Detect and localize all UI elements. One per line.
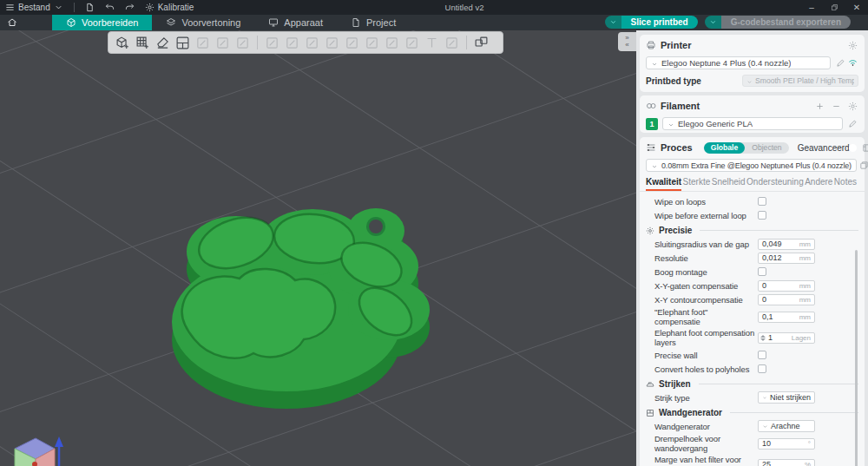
process-tab-ondersteuning[interactable]: Ondersteuning [746, 177, 804, 191]
slice-button[interactable]: Slice printbed [605, 16, 698, 29]
printer-preset-dropdown[interactable]: Elegoo Neptune 4 Plus (0.4 nozzle) [646, 56, 831, 69]
setting-row: Wipe on loops [646, 194, 858, 208]
calibrate-menu[interactable]: Kalibratie [140, 0, 200, 15]
checkbox[interactable] [758, 211, 766, 220]
tab-project[interactable]: Project [337, 15, 410, 30]
chevron-down-icon [651, 158, 658, 174]
spinner-input[interactable]: 1Lagen [758, 332, 815, 344]
process-preset-dropdown[interactable]: 0.08mm Extra Fine @Elegoo Neptune4 Plus … [646, 159, 857, 172]
checkbox[interactable] [758, 364, 766, 373]
value-input[interactable]: 0mm [758, 280, 815, 292]
setting-row: Sluitingsradius van de gap0,049mm [646, 237, 858, 251]
value-input[interactable]: 10° [758, 438, 815, 450]
layers-icon [166, 17, 176, 28]
undo-button[interactable] [100, 0, 120, 15]
chevron-down-icon [746, 73, 753, 89]
select-dropdown[interactable]: Niet strijken [758, 391, 815, 404]
restore-button[interactable] [823, 0, 845, 15]
sweep-plate-button[interactable] [154, 34, 172, 51]
process-preset-value: 0.08mm Extra Fine @Elegoo Neptune4 Plus … [661, 161, 852, 170]
copy-preset-icon[interactable] [859, 160, 868, 172]
process-section-title: Proces [661, 142, 693, 153]
bed-type-dropdown[interactable]: Smooth PEI Plate / High Temp Plate [742, 75, 858, 87]
chevron-down-icon [651, 56, 658, 71]
slice-button-label: Slice printbed [621, 16, 698, 29]
setting-label: Convert holes to polyholes [654, 364, 755, 374]
cube-icon [66, 17, 76, 28]
filament-slot-badge[interactable]: 1 [646, 118, 658, 130]
add-model-button[interactable] [114, 34, 132, 51]
viewport-3d[interactable] [0, 30, 636, 466]
setting-unit: mm [799, 282, 811, 290]
setting-value: 0 [762, 281, 766, 290]
process-card: Proces Globale Objecten Geavanceerd 0.08… [640, 137, 865, 466]
align-icon [345, 36, 359, 50]
redo-button[interactable] [120, 0, 140, 15]
export-dropdown[interactable] [705, 16, 721, 29]
variable-button [443, 34, 461, 51]
setting-label: Wipe on loops [654, 197, 755, 207]
tab-label: Voorbereiden [82, 17, 138, 28]
close-button[interactable]: ✕ [845, 0, 868, 15]
setting-label: Precise wall [654, 351, 755, 360]
tab-label: Project [366, 17, 396, 28]
add-filament-icon[interactable] [813, 100, 825, 112]
filament-preset-dropdown[interactable]: Elegoo Generic PLA [662, 117, 843, 130]
home-button[interactable] [0, 15, 24, 30]
add-plate-button[interactable] [134, 34, 152, 51]
value-input[interactable]: 0mm [758, 294, 815, 305]
new-project-button[interactable] [80, 0, 100, 15]
edit-printer-icon[interactable] [834, 57, 846, 69]
edit-filament-icon[interactable] [846, 118, 858, 130]
tab-voorvertoning[interactable]: Voorvertoning [152, 15, 254, 30]
model-paw-print[interactable] [163, 202, 434, 419]
value-input[interactable]: 0,1mm [758, 312, 815, 323]
value-input[interactable]: 25% [758, 459, 815, 466]
paste-button [214, 34, 232, 51]
copy-icon [195, 36, 210, 50]
setting-label: X-Y-gaten compensatie [654, 281, 755, 291]
arrange-button[interactable] [174, 34, 192, 51]
checkbox[interactable] [758, 351, 766, 359]
setting-value: 0,1 [762, 312, 773, 321]
slice-dropdown[interactable] [605, 16, 621, 29]
color-paint-button[interactable] [472, 34, 490, 51]
wifi-icon[interactable] [846, 57, 858, 69]
setting-value: 10 [762, 439, 771, 448]
iron-icon [646, 380, 654, 389]
value-input[interactable]: 0,049mm [758, 239, 815, 250]
process-tab-notes[interactable]: Notes [834, 177, 857, 191]
remove-filament-icon[interactable] [830, 100, 842, 112]
select-dropdown[interactable]: Arachne [758, 420, 815, 432]
value-input[interactable]: 0,012mm [758, 253, 815, 264]
setting-row: Precise wall [646, 348, 858, 362]
compare-presets-icon[interactable] [862, 141, 868, 154]
tab-apparaat[interactable]: Apparaat [254, 15, 337, 30]
scope-objects-pill[interactable]: Objecten [745, 142, 788, 154]
scope-global-pill[interactable]: Globale [704, 142, 746, 154]
scrollbar[interactable] [855, 250, 858, 466]
measure-icon [404, 36, 419, 50]
tab-voorbereiden[interactable]: Voorbereiden [52, 15, 152, 30]
filament-settings-gear-icon[interactable] [846, 100, 858, 112]
checkbox[interactable] [758, 197, 766, 206]
support-icon [385, 36, 399, 50]
spinner-arrows[interactable] [760, 335, 766, 341]
process-tab-kwaliteit[interactable]: Kwaliteit [646, 177, 681, 191]
checkbox[interactable] [758, 267, 766, 276]
printer-settings-gear-icon[interactable] [846, 39, 858, 51]
filament-section-title: Filament [661, 101, 700, 111]
bed-type-value: Smooth PEI Plate / High Temp Plate [755, 76, 854, 85]
export-gcode-button[interactable]: G-codebestand exporteren [705, 16, 851, 29]
process-tab-andere[interactable]: Andere [805, 177, 832, 191]
minimize-button[interactable]: – [800, 0, 823, 15]
move-button [263, 34, 281, 51]
chevron-down-icon [762, 395, 767, 401]
process-tab-snelheid[interactable]: Snelheid [712, 177, 746, 191]
orientation-cube[interactable] [4, 430, 69, 466]
setting-row: Drempelhoek voor wandovergang10° [646, 433, 858, 454]
panel-collapse-button[interactable]: »« [618, 32, 636, 51]
file-menu[interactable]: Bestand [0, 0, 69, 15]
add-plate-icon [135, 36, 150, 50]
process-tab-sterkte[interactable]: Sterkte [683, 177, 711, 191]
